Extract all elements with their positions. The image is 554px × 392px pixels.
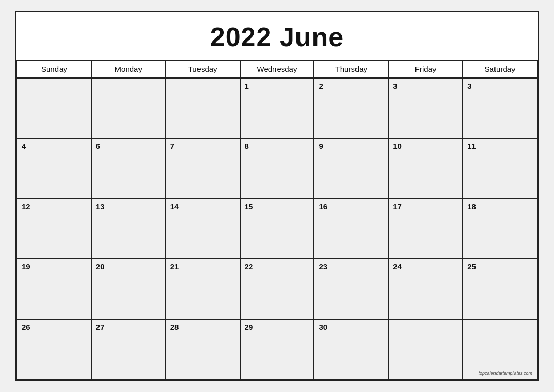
day-cell: 22 [241, 259, 315, 319]
day-cell: 2 [314, 79, 389, 139]
day-number: 2 [319, 82, 384, 91]
day-cell: 26 [17, 320, 92, 380]
day-number: 18 [467, 202, 532, 211]
day-number: 23 [319, 262, 384, 271]
day-number: 13 [96, 202, 161, 211]
day-cell: 17 [389, 199, 463, 259]
day-header-sunday: Sunday [17, 61, 92, 79]
day-cell: 18 [463, 199, 538, 259]
day-number: 8 [245, 142, 310, 151]
day-cell: 21 [166, 259, 241, 319]
day-number: 14 [170, 202, 235, 211]
day-number: 7 [170, 142, 235, 151]
day-cell [17, 79, 92, 139]
day-number: 9 [319, 142, 384, 151]
day-number: 22 [245, 262, 310, 271]
day-cell: 16 [314, 199, 389, 259]
day-cell: topcalendartemplates.com [463, 320, 538, 380]
day-cell: 3 [389, 79, 463, 139]
day-cell [92, 79, 166, 139]
day-cell [166, 79, 241, 139]
day-number: 1 [245, 82, 310, 91]
day-number: 28 [170, 323, 235, 332]
day-cell: 7 [166, 139, 241, 199]
watermark: topcalendartemplates.com [478, 370, 532, 376]
day-cell: 24 [389, 259, 463, 319]
day-cell: 27 [92, 320, 166, 380]
day-number: 3 [393, 82, 458, 91]
day-number: 17 [393, 202, 458, 211]
day-cell: 1 [241, 79, 315, 139]
calendar-month: June [280, 22, 344, 52]
day-cell: 15 [241, 199, 315, 259]
day-cell: 9 [314, 139, 389, 199]
day-number: 4 [22, 142, 87, 151]
day-cell: 30 [314, 320, 389, 380]
day-number: 24 [393, 262, 458, 271]
day-cell: 19 [17, 259, 92, 319]
day-cell: 3 [463, 79, 538, 139]
day-number: 27 [96, 323, 161, 332]
day-number: 25 [467, 262, 532, 271]
calendar-title: 2022 June [16, 12, 538, 61]
day-number: 10 [393, 142, 458, 151]
day-number: 20 [96, 262, 161, 271]
day-cell [389, 320, 463, 380]
day-number: 15 [245, 202, 310, 211]
day-number: 21 [170, 262, 235, 271]
day-number: 16 [319, 202, 384, 211]
day-cell: 10 [389, 139, 463, 199]
day-number: 12 [22, 202, 87, 211]
day-number: 3 [467, 82, 532, 91]
day-header-monday: Monday [92, 61, 166, 79]
day-header-tuesday: Tuesday [166, 61, 241, 79]
day-cell: 25 [463, 259, 538, 319]
day-header-saturday: Saturday [463, 61, 538, 79]
day-number: 29 [245, 323, 310, 332]
day-cell: 6 [92, 139, 166, 199]
calendar-year: 2022 [210, 22, 272, 52]
day-header-wednesday: Wednesday [241, 61, 315, 79]
day-number: 6 [96, 142, 161, 151]
day-cell: 13 [92, 199, 166, 259]
day-cell: 29 [241, 320, 315, 380]
day-cell: 8 [241, 139, 315, 199]
day-cell: 23 [314, 259, 389, 319]
day-cell: 12 [17, 199, 92, 259]
day-cell: 28 [166, 320, 241, 380]
day-number: 30 [319, 323, 384, 332]
day-number: 11 [467, 142, 532, 151]
day-number: 19 [22, 262, 87, 271]
day-header-friday: Friday [389, 61, 463, 79]
calendar-grid: SundayMondayTuesdayWednesdayThursdayFrid… [16, 61, 538, 380]
day-number: 26 [22, 323, 87, 332]
calendar: 2022 June SundayMondayTuesdayWednesdayTh… [15, 11, 539, 381]
day-cell: 4 [17, 139, 92, 199]
day-cell: 14 [166, 199, 241, 259]
day-cell: 20 [92, 259, 166, 319]
day-cell: 11 [463, 139, 538, 199]
day-header-thursday: Thursday [314, 61, 389, 79]
